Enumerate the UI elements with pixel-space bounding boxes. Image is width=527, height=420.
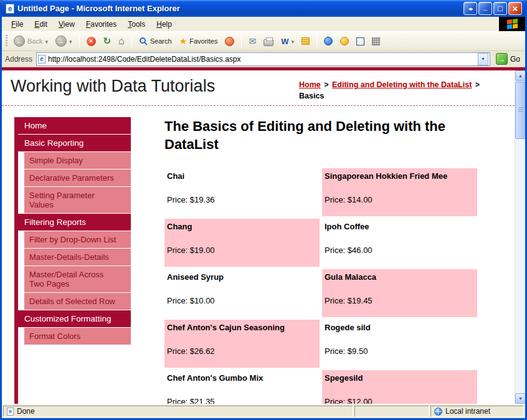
sidebar-item-declarative-parameters[interactable]: Declarative Parameters	[24, 169, 131, 186]
product-price: Price: $19.00	[167, 246, 317, 255]
sidebar-item-filter-by-dropdown-list[interactable]: Filter by Drop-Down List	[24, 231, 131, 248]
scroll-down-button[interactable]	[515, 393, 525, 404]
stop-icon	[87, 37, 96, 46]
plugin-button-1[interactable]	[338, 36, 351, 47]
minimize-button[interactable]	[478, 2, 492, 15]
print-icon	[264, 39, 273, 46]
menu-help[interactable]: Help	[151, 17, 178, 31]
product-name: Spegesild	[325, 373, 475, 383]
sidebar-item-master-details-details[interactable]: Master-Details-Details	[24, 249, 131, 265]
address-bar: Address Go	[2, 51, 525, 67]
plugin-icon-1	[340, 37, 349, 45]
menu-favorites[interactable]: Favorites	[80, 17, 122, 31]
sidebar-item-filtering-reports[interactable]: Filtering Reports	[18, 214, 131, 231]
messenger-button[interactable]	[321, 36, 335, 47]
product-price: Price: $9.50	[325, 346, 475, 356]
plugin-icon-3	[372, 37, 380, 45]
plugin-button-2[interactable]	[354, 36, 367, 47]
forward-button[interactable]	[53, 34, 75, 48]
address-dropdown-button[interactable]	[478, 53, 488, 65]
go-button[interactable]: Go	[494, 53, 522, 65]
product-price: Price: $12.00	[325, 397, 475, 404]
sidebar-item-customized-formatting[interactable]: Customized Formatting	[18, 310, 131, 327]
breadcrumb-home-link[interactable]: Home	[299, 80, 321, 89]
search-button[interactable]: Search	[136, 36, 174, 47]
web-page: Working with Data Tutorials Home > Editi…	[2, 70, 515, 404]
close-button[interactable]	[508, 2, 522, 15]
product-name: Ipoh Coffee	[325, 222, 475, 231]
go-arrow-icon	[496, 53, 508, 65]
media-icon	[225, 37, 234, 46]
menu-edit[interactable]: Edit	[29, 17, 53, 31]
mail-icon	[249, 36, 256, 46]
go-label: Go	[510, 55, 520, 64]
breadcrumb-section-link[interactable]: Editing and Deleting with the DataList	[332, 80, 472, 89]
globe-icon	[434, 408, 442, 416]
sidebar-navigation: Home Basic Reporting Simple Display Decl…	[14, 117, 131, 404]
product-name: Chai	[167, 171, 317, 181]
sidebar-item-master-detail-two-pages[interactable]: Master/Detail Across Two Pages	[24, 266, 131, 292]
windows-flag-icon	[507, 19, 518, 29]
product-cell: Chef Anton's Cajun Seasoning Price: $26.…	[164, 320, 320, 368]
product-datalist: Chai Price: $19.36 Singaporean Hokkien F…	[164, 168, 479, 404]
product-name: Chef Anton's Cajun Seasoning	[167, 323, 317, 332]
discuss-icon	[301, 37, 310, 45]
product-price: Price: $46.00	[325, 246, 475, 255]
scroll-up-button[interactable]	[515, 70, 525, 81]
refresh-button[interactable]	[101, 34, 114, 48]
search-icon	[140, 37, 146, 44]
title-bar[interactable]: Untitled Page - Microsoft Internet Explo…	[2, 0, 525, 17]
stop-button[interactable]	[84, 36, 98, 47]
product-name: Rogede sild	[325, 323, 475, 332]
product-cell: Ipoh Coffee Price: $46.00	[322, 219, 477, 267]
ie-document-icon	[6, 4, 14, 14]
menu-bar: File Edit View Favorites Tools Help	[2, 17, 525, 32]
menu-tools[interactable]: Tools	[122, 17, 151, 31]
menu-file[interactable]: File	[6, 17, 29, 31]
status-page-icon	[7, 408, 14, 416]
menu-view[interactable]: View	[53, 17, 80, 31]
favorites-star-icon	[179, 36, 188, 46]
search-label: Search	[150, 37, 172, 45]
window-title: Untitled Page - Microsoft Internet Explo…	[17, 4, 460, 13]
mail-button[interactable]	[246, 35, 259, 47]
favorites-button[interactable]: Favorites	[177, 35, 221, 47]
discuss-button[interactable]	[299, 36, 312, 46]
sidebar-item-setting-parameter-values[interactable]: Setting Parameter Values	[24, 187, 131, 213]
edit-dropdown-icon	[291, 37, 294, 45]
product-price: Price: $19.45	[325, 296, 475, 305]
product-cell: Singaporean Hokkien Fried Mee Price: $14…	[322, 168, 477, 216]
plugin-icon-2	[356, 37, 364, 45]
toolbar-grip[interactable]	[6, 35, 7, 47]
product-cell: Rogede sild Price: $9.50	[322, 320, 477, 368]
sidebar-item-simple-display[interactable]: Simple Display	[24, 152, 131, 169]
home-button[interactable]	[116, 34, 127, 48]
status-pane: Done	[3, 406, 353, 417]
status-spacer-pane	[354, 406, 429, 417]
browser-viewport: Working with Data Tutorials Home > Editi…	[2, 70, 525, 404]
sidebar-item-format-colors[interactable]: Format Colors	[24, 328, 131, 345]
product-cell: Chai Price: $19.36	[164, 168, 320, 216]
edit-button[interactable]	[278, 36, 297, 47]
window-extra-button[interactable]	[463, 2, 477, 15]
print-button[interactable]	[261, 36, 276, 47]
scrollbar-thumb[interactable]	[515, 82, 525, 139]
vertical-scrollbar[interactable]	[515, 70, 525, 404]
main-content: The Basics of Editing and Deleting with …	[164, 117, 479, 404]
back-button[interactable]: Back	[11, 34, 50, 48]
product-price: Price: $26.62	[167, 346, 317, 356]
address-input-box	[36, 52, 490, 66]
security-zone-text: Local intranet	[445, 407, 490, 416]
product-name: Chef Anton's Gumbo Mix	[167, 373, 317, 383]
media-button[interactable]	[222, 36, 237, 47]
sidebar-item-details-of-selected-row[interactable]: Details of Selected Row	[24, 293, 131, 310]
toolbar-separator	[131, 34, 132, 48]
sidebar-item-home[interactable]: Home	[18, 117, 131, 134]
sidebar-item-basic-reporting[interactable]: Basic Reporting	[18, 135, 131, 151]
maximize-button[interactable]	[493, 2, 507, 15]
breadcrumb: Home > Editing and Deleting with the Dat…	[299, 77, 506, 102]
product-price: Price: $19.36	[167, 195, 317, 204]
product-name: Aniseed Syrup	[167, 272, 317, 282]
plugin-button-3[interactable]	[369, 36, 382, 47]
address-input[interactable]	[48, 55, 475, 64]
